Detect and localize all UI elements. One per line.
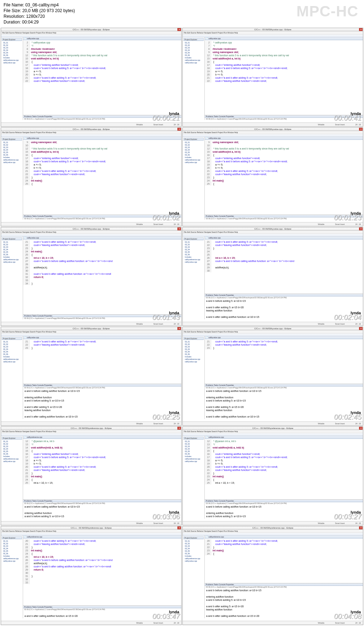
project-explorer[interactable]: Project Explorer 03_0103_0203_0303_0403_… (1, 536, 23, 618)
tree-node[interactable]: 03_02 (2, 443, 22, 445)
tree-node[interactable]: 03_03 (183, 346, 204, 348)
tree-node[interactable]: 03_05 (183, 351, 204, 353)
menubar[interactable]: File Edit Source Refactor Navigate Searc… (183, 131, 363, 134)
editor-tab[interactable]: 📄 callbyreference.cpp (205, 436, 363, 439)
thumbnail-2[interactable]: C/C++ - 03 06/03/byvalue.cpp - Eclipse ✕… (1, 127, 182, 226)
tree-node[interactable]: 03_04 (183, 448, 204, 450)
code-editor[interactable]: 20 cout<<"a and b after adding 5: a="<<a… (205, 539, 363, 583)
tree-node[interactable]: callbyvalue.cpp (2, 361, 22, 363)
project-explorer[interactable]: Project Explorer 03_0103_0203_0303_0403_… (1, 336, 23, 419)
toolbar[interactable] (183, 134, 363, 137)
editor-tab[interactable]: 📄 callbyreference.cpp (205, 536, 363, 539)
tree-node[interactable]: 03_06 (183, 353, 204, 356)
tree-node[interactable]: 03_01 (183, 42, 204, 44)
toolbar[interactable] (1, 234, 181, 237)
tree-node[interactable]: 03_03 (2, 47, 22, 49)
toolbar[interactable] (183, 433, 363, 436)
tree-node[interactable]: 03_01 (2, 241, 22, 243)
console-tabs[interactable]: Problems Tasks Console Properties (205, 294, 363, 297)
tree-node[interactable]: 03_03 (2, 545, 22, 547)
close-icon[interactable]: ✕ (177, 128, 181, 131)
editor-tab[interactable]: 📄 callbyvalue.cpp (205, 237, 363, 240)
tree-node[interactable]: 03_04 (2, 547, 22, 550)
thumbnail-5[interactable]: C/C++ - 03 06/03/byvalue.cpp - Eclipse ✕… (182, 227, 363, 326)
tree-node[interactable]: Includes (183, 256, 204, 258)
project-explorer[interactable]: Project Explorer 03_0103_0203_0303_0403_… (1, 237, 23, 319)
console-tabs[interactable]: Problems Tasks Console Properties (205, 500, 363, 502)
toolbar[interactable] (1, 533, 181, 536)
toolbar[interactable] (183, 533, 363, 536)
tree-node[interactable]: 03_03 (2, 445, 22, 448)
close-icon[interactable]: ✕ (177, 28, 181, 31)
tree-node[interactable]: 03_04 (183, 348, 204, 351)
tree-node[interactable]: 03_01 (2, 540, 22, 542)
tree-node[interactable]: 03_06 (183, 154, 204, 156)
project-explorer[interactable]: Project Explorer 03_0103_0203_0303_0403_… (183, 536, 205, 618)
editor-tab[interactable]: 📄 callbyvalue.cpp (23, 137, 181, 140)
tree-node[interactable]: callbyvalue.cpp (183, 460, 204, 463)
tree-node[interactable]: 03_06 (2, 353, 22, 356)
toolbar[interactable] (1, 334, 181, 336)
tree-node[interactable]: 03_03 (183, 47, 204, 49)
code-editor[interactable]: 2 * callbyvalue.cpp 7 */8#include <iostr… (205, 40, 363, 115)
toolbar[interactable] (1, 134, 181, 137)
tree-node[interactable]: callbyreference.cpp (2, 458, 22, 460)
tree-node[interactable]: 03_04 (2, 448, 22, 450)
console-tabs[interactable]: Problems Tasks Console Properties (23, 606, 181, 608)
code-editor[interactable]: 20 cout<<"a and b after adding 5: a="<<a… (23, 539, 181, 605)
close-icon[interactable]: ✕ (359, 227, 363, 230)
tree-node[interactable]: 03_01 (183, 540, 204, 542)
tree-node[interactable]: callbyvalue.cpp (2, 460, 22, 463)
editor-tab[interactable]: 📄 callbyvalue.cpp (205, 137, 363, 140)
project-explorer[interactable]: Project Explorer 03_0103_0203_0303_0403_… (1, 37, 23, 120)
tree-node[interactable]: callbyreference.cpp (2, 358, 22, 361)
tree-node[interactable]: 03_05 (2, 151, 22, 154)
code-editor[interactable]: 12 * @param int a, int b13 */14void addf… (205, 439, 363, 499)
tree-node[interactable]: Includes (183, 455, 204, 458)
tree-node[interactable]: 03_03 (183, 146, 204, 149)
tree-node[interactable]: Includes (2, 356, 22, 358)
thumbnail-11[interactable]: C/C++ - 03 06/03/byreference.cpp - Eclip… (182, 526, 363, 625)
code-editor[interactable]: 9using namespace std;1012 * this functio… (23, 140, 181, 215)
thumbnail-6[interactable]: C/C++ - 03 06/03/byvalue.cpp - Eclipse ✕… (1, 327, 182, 426)
tree-node[interactable]: 03_05 (183, 151, 204, 154)
tree-node[interactable]: 03_03 (2, 246, 22, 248)
tree-node[interactable]: 03_03 (183, 246, 204, 248)
close-icon[interactable]: ✕ (359, 327, 363, 330)
tree-node[interactable]: callbyvalue.cpp (183, 161, 204, 164)
tree-node[interactable]: 03_04 (2, 149, 22, 151)
tree-node[interactable]: 03_02 (2, 44, 22, 47)
tree-node[interactable]: 03_02 (2, 542, 22, 545)
tree-node[interactable]: 03_04 (183, 49, 204, 52)
tree-node[interactable]: 03_01 (183, 241, 204, 243)
tree-node[interactable]: 03_06 (2, 54, 22, 57)
console-tabs[interactable]: Problems Tasks Console Properties (23, 384, 181, 387)
close-icon[interactable]: ✕ (359, 526, 363, 529)
project-explorer[interactable]: Project Explorer 03_0103_0203_0303_0403_… (1, 436, 23, 519)
tree-node[interactable]: callbyreference.cpp (2, 258, 22, 261)
toolbar[interactable] (183, 334, 363, 336)
thumbnail-10[interactable]: C/C++ - 03 06/03/byreference.cpp - Eclip… (1, 526, 182, 625)
tree-node[interactable]: 03_05 (2, 450, 22, 453)
close-icon[interactable]: ✕ (359, 427, 363, 430)
thumbnail-4[interactable]: C/C++ - 03 06/03/byvalue.cpp - Eclipse ✕… (1, 227, 182, 326)
tree-node[interactable]: 03_04 (2, 49, 22, 52)
tree-node[interactable]: 03_06 (183, 453, 204, 455)
tree-node[interactable]: callbyvalue.cpp (183, 361, 204, 363)
tree-node[interactable]: Includes (183, 57, 204, 59)
tree-node[interactable]: 03_06 (2, 453, 22, 455)
editor-tab[interactable]: 📄 callbyvalue.cpp (23, 336, 181, 339)
tree-node[interactable]: 03_06 (2, 154, 22, 156)
console-tabs[interactable]: Problems Tasks Console Properties (205, 384, 363, 387)
menubar[interactable]: File Edit Source Refactor Navigate Searc… (183, 430, 363, 433)
close-icon[interactable]: ✕ (359, 28, 363, 31)
thumbnail-7[interactable]: C/C++ - 03 06/03/byvalue.cpp - Eclipse ✕… (182, 327, 363, 426)
toolbar[interactable] (183, 35, 363, 37)
tree-node[interactable]: 03_03 (183, 445, 204, 448)
menubar[interactable]: File Edit Source Refactor Navigate Searc… (1, 131, 181, 134)
tree-node[interactable]: 03_03 (2, 346, 22, 348)
tree-node[interactable]: callbyvalue.cpp (2, 261, 22, 263)
menubar[interactable]: File Edit Source Refactor Navigate Searc… (1, 231, 181, 234)
close-icon[interactable]: ✕ (177, 526, 181, 529)
tree-node[interactable]: 03_02 (183, 44, 204, 47)
